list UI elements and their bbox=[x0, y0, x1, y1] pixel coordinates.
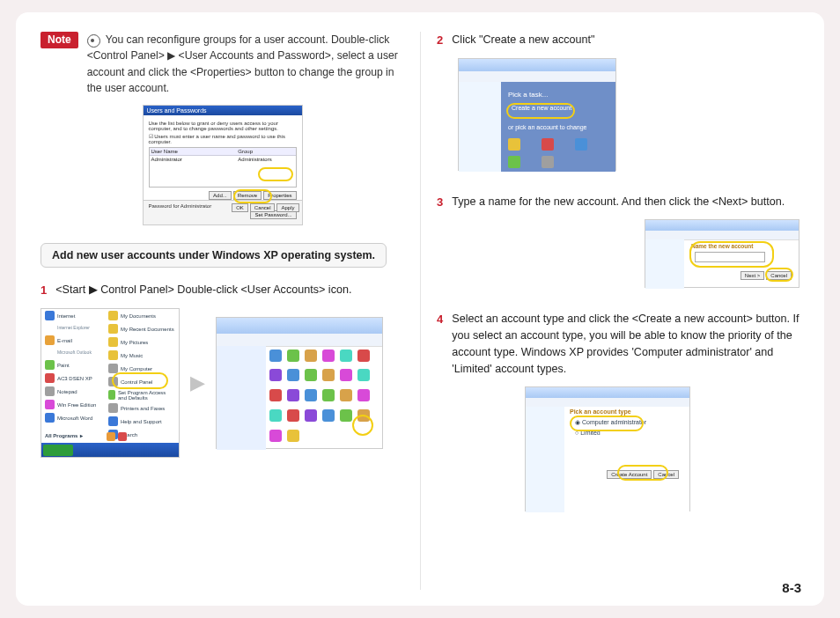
arrow-icon: ▶ bbox=[190, 372, 205, 394]
note-block: Note You can reconfigure groups for a us… bbox=[41, 32, 404, 96]
step-1-text: <Start ▶ Control Panel> Double-click <Us… bbox=[55, 282, 404, 298]
step-4: 4 Select an account type and click the <… bbox=[437, 311, 799, 378]
step-3: 3 Type a name for the new account. And t… bbox=[437, 194, 799, 211]
name-account-screenshot: Name the new account Next > Cancel bbox=[645, 219, 799, 288]
page-number: 8-3 bbox=[782, 580, 801, 595]
bullet-icon bbox=[87, 34, 100, 48]
or-pick-heading: or pick an account to change bbox=[508, 124, 587, 130]
highlight-next-button bbox=[765, 268, 793, 282]
highlight-properties bbox=[258, 167, 293, 181]
highlight-control-panel bbox=[112, 372, 168, 389]
note-text: You can reconfigure groups for a user ac… bbox=[87, 32, 404, 96]
account-type-screenshot: Pick an account type ◉ Computer administ… bbox=[525, 386, 690, 511]
step-4-number: 4 bbox=[437, 311, 443, 328]
highlight-create-button bbox=[617, 465, 668, 481]
section-heading: Add new user accounts under Windows XP o… bbox=[41, 243, 387, 268]
right-column: 2 Click "Create a new account" Pick a ta… bbox=[420, 32, 799, 590]
dialog-apply-button: Apply bbox=[276, 203, 298, 212]
dialog-checkbox-label: ☑ Users must enter a user name and passw… bbox=[149, 133, 297, 144]
pick-task-heading: Pick a task... bbox=[508, 91, 596, 99]
step-2: 2 Click "Create a new account" bbox=[437, 32, 799, 49]
step-1-number: 1 bbox=[41, 282, 47, 299]
dialog-add-button: Add... bbox=[209, 191, 232, 200]
note-badge: Note bbox=[41, 32, 78, 48]
highlight-admin-option bbox=[570, 416, 644, 431]
start-button bbox=[43, 445, 73, 456]
user-accounts-screenshot: Pick a task... Create a new account or p… bbox=[458, 58, 616, 171]
users-passwords-dialog-screenshot: Users and Passwords Use the list below t… bbox=[143, 105, 303, 225]
step-3-text: Type a name for the new account. And the… bbox=[452, 194, 799, 210]
note-body: You can reconfigure groups for a user ac… bbox=[87, 33, 398, 94]
highlight-setpassword bbox=[233, 189, 272, 203]
dialog-desc: Use the list below to grant or deny user… bbox=[149, 121, 297, 131]
dialog-titlebar: Users and Passwords bbox=[144, 106, 302, 115]
step-2-text: Click "Create a new account" bbox=[452, 32, 799, 48]
highlight-user-accounts-icon bbox=[352, 415, 373, 436]
step-1-screenshots: Internet Internet Explorer E-mail Micros… bbox=[41, 308, 404, 458]
highlight-create-account bbox=[506, 103, 575, 119]
dialog-ok-button: OK bbox=[232, 203, 248, 212]
step-3-number: 3 bbox=[437, 194, 443, 211]
step-4-text: Select an account type and click the <Cr… bbox=[452, 311, 799, 378]
step-2-number: 2 bbox=[437, 32, 443, 49]
left-column: Note You can reconfigure groups for a us… bbox=[41, 32, 420, 590]
highlight-name-input bbox=[689, 241, 774, 268]
step-1: 1 <Start ▶ Control Panel> Double-click <… bbox=[41, 282, 404, 299]
start-menu-screenshot: Internet Internet Explorer E-mail Micros… bbox=[41, 308, 180, 458]
control-panel-screenshot bbox=[216, 317, 383, 449]
dialog-cancel-button: Cancel bbox=[250, 203, 276, 212]
